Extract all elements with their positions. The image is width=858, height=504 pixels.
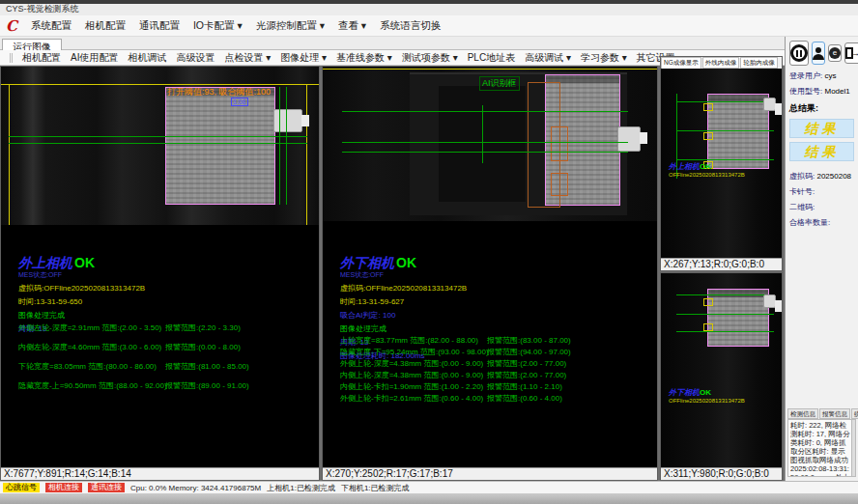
tool-spot-check[interactable]: 点检设置 ▾ — [224, 51, 271, 65]
tool-image-processing[interactable]: 图像处理 ▾ — [280, 51, 327, 65]
log-scrollbar[interactable] — [851, 420, 855, 476]
barcode-line: OFFline2025020813313472B — [669, 398, 745, 404]
menu-language-switch[interactable]: 系统语言切换 — [380, 19, 441, 33]
tab-outer-image[interactable]: 外线内成像 — [702, 57, 740, 69]
measure-line-green — [342, 142, 628, 143]
tool-plc-address[interactable]: PLC地址表 — [468, 51, 515, 65]
alarm-range: 报警范围:(2.00 - 77.00) — [487, 358, 566, 369]
login-user-label: 登录用户: — [789, 71, 822, 80]
camera-image-upper[interactable]: 打开阈值:93, 吸合阈值:100 3.08 — [1, 67, 319, 225]
alarm-range: 报警范围:(1.10 - 2.10) — [487, 381, 562, 392]
info-button[interactable]: e — [828, 44, 842, 62]
alarm-range: 报警范围:(2.00 - 77.00) — [487, 370, 566, 380]
measure-line-green — [9, 143, 307, 144]
window-bottom-strip — [0, 493, 858, 504]
measurement-row: 内侧上轮-深度=4.38mm 范围:(0.00 - 9.00)报警范围:(2.0… — [340, 370, 653, 381]
camera-image-lower[interactable]: AI识别框 — [323, 67, 657, 221]
menu-comm-config[interactable]: 通讯配置 — [139, 19, 180, 33]
measurement-value: 下轮宽度=83.05mm 范围:(80.00 - 86.00) — [18, 362, 157, 371]
cpu-memory-text: Cpu: 0.0% Memory: 3424.41796875M — [130, 484, 261, 492]
pass-rate-row: 合格率数量: — [789, 217, 854, 228]
connector-blob — [763, 294, 776, 308]
log-tabs: 检测信息 报警信息 统计信息 — [787, 408, 856, 419]
result-ok: OK — [700, 388, 711, 397]
ng-panel-tabs: NG成像显示 外线内成像 轮胎内成像 — [661, 57, 782, 69]
camera-name: 外上相机 — [669, 162, 700, 171]
camera-name: 外下相机 — [340, 255, 394, 270]
ng-result-text: 外上相机OK OFFline2025020813313472B — [669, 161, 745, 178]
ai-detect-rect-inner — [551, 126, 568, 161]
user-login-button[interactable] — [812, 42, 825, 65]
measurement-value: 内侧左轮-深度=4.60mm 范围:(3.00 - 6.00) — [18, 343, 161, 351]
ng-image-panel-2: 外下相机OK OFFline2025020813313472B X:311;Y:… — [660, 272, 783, 481]
measurement-list-upper: 外侧左轮-深度=2.91mm 范围:(2.00 - 3.50)报警范围:(2.2… — [18, 322, 315, 400]
exit-button[interactable]: → — [844, 42, 858, 64]
menu-light-config[interactable]: 光源控制配置 ▾ — [256, 19, 325, 33]
measurement-value: 隐藏宽度-上=90.50mm 范围:(88.00 - 92.00) — [18, 381, 167, 390]
connector-blob — [273, 109, 302, 132]
pause-icon — [790, 44, 808, 62]
measurement-list-lower: 上轮宽度=83.77mm 范围:(82.00 - 88.00)报警范围:(83.… — [340, 335, 653, 405]
measurement-row: 外侧左轮-深度=2.91mm 范围:(2.00 - 3.50)报警范围:(2.2… — [18, 322, 315, 342]
baseline-yellow-right — [306, 84, 307, 225]
control-panel: e → 登录用户: cys 使用型号: Model1 总结果: 结果 结果 虚拟… — [785, 37, 858, 481]
menu-bar: C 系统配置 相机配置 通讯配置 IO卡配置 ▾ 光源控制配置 ▾ 查看 ▾ 系… — [0, 15, 858, 37]
alarm-range: 报警范围:(89.00 - 91.00) — [165, 380, 249, 391]
tool-camera-debug[interactable]: 相机调试 — [128, 51, 166, 65]
heartbeat-badge: 心跳信号 — [3, 483, 40, 492]
camera-name: 外上相机 — [18, 255, 72, 270]
tool-learn-params[interactable]: 学习参数 ▾ — [581, 51, 627, 65]
menu-system-config[interactable]: 系统配置 — [31, 19, 72, 33]
exit-arrow-icon: → — [851, 48, 858, 58]
log-tab-detect[interactable]: 检测信息 — [787, 408, 818, 419]
measurement-value: 内侧上轮-卡扣=1.90mm 范围:(1.00 - 2.20) — [340, 382, 483, 391]
menu-camera-config[interactable]: 相机配置 — [85, 19, 126, 33]
ng-image-panel: NG成像显示 外线内成像 轮胎内成像 外上相机OK OFFline2025020… — [660, 56, 783, 271]
ai-judge-line: 吸合AI判定: 100 — [340, 310, 467, 321]
pause-button[interactable] — [789, 41, 809, 66]
measure-line-green — [676, 314, 774, 315]
log-block: 检测信息 报警信息 统计信息 耗时: 222, 网络检测耗时: 17, 网络分类… — [787, 408, 856, 478]
menu-view[interactable]: 查看 ▾ — [338, 19, 366, 33]
pixel-coordinate-bar: X:267;Y:13;R:0;G:0;B:0 — [661, 258, 782, 270]
tool-advanced-settings[interactable]: 高级设置 — [176, 51, 214, 65]
barcode-line: OFFline2025020813313472B — [669, 172, 745, 178]
tool-camera-config[interactable]: 相机配置 — [22, 51, 61, 65]
total-result-2: 结果 — [789, 142, 854, 161]
tool-ai-config[interactable]: AI使用配置 — [71, 51, 118, 65]
measurement-row: 上轮宽度=83.77mm 范围:(82.00 - 88.00)报警范围:(83.… — [340, 335, 653, 347]
menu-io-config[interactable]: IO卡配置 ▾ — [193, 19, 243, 33]
measurement-row: 隐藏宽度-下=95.24mm 范围:(93.00 - 98.00)报警范围:(9… — [340, 347, 653, 358]
detected-part-roi — [165, 87, 275, 205]
model-label: 使用型号: — [789, 87, 822, 96]
measure-box-yellow — [703, 298, 713, 306]
measure-box-yellow — [703, 132, 713, 140]
alarm-range: 报警范围:(0.60 - 4.00) — [487, 393, 562, 404]
ai-detect-rect-inner — [551, 173, 568, 196]
result-ok: OK — [396, 255, 416, 270]
tool-baseline-params[interactable]: 基准线参数 ▾ — [336, 51, 392, 65]
result-ok: OK — [74, 255, 95, 270]
alarm-range: 报警范围:(2.20 - 3.30) — [165, 322, 241, 333]
info-icon: e — [829, 47, 841, 59]
result-ok: OK — [700, 162, 711, 171]
baseline-yellow — [323, 69, 657, 70]
tool-advanced-debug[interactable]: 高级调试 ▾ — [525, 51, 571, 65]
measure-line-green — [676, 294, 774, 295]
log-tab-alarm[interactable]: 报警信息 — [819, 408, 850, 419]
ng-image-lower[interactable]: 外下相机OK OFFline2025020813313472B — [661, 273, 782, 468]
pin-row: 卡针号: — [789, 186, 854, 197]
tab-inner-image[interactable]: 轮胎内成像 — [740, 57, 778, 69]
log-message: 耗时: 222, 网络检测耗时: 17, 网络分类耗时: 0, 网络抓取分区耗时… — [790, 421, 850, 477]
measure-line-green — [676, 331, 774, 332]
camera-view-upper: 打开阈值:93, 吸合阈值:100 3.08 外上相机OK MES状态:OFF … — [0, 66, 320, 481]
baseline-yellow-left — [9, 84, 10, 225]
measurement-value: 内侧上轮-深度=4.38mm 范围:(0.00 - 9.00) — [340, 371, 483, 379]
pixel-coordinate-bar: X:270;Y:2502;R:17;G:17;B:17 — [323, 467, 657, 480]
tool-test-params[interactable]: 测试项参数 ▾ — [402, 51, 458, 65]
ng-image-upper[interactable]: 外上相机OK OFFline2025020813313472B — [661, 69, 782, 259]
measure-line-green — [342, 111, 628, 112]
tab-ng-display[interactable]: NG成像显示 — [661, 57, 701, 69]
measurement-value: 外侧左轮-深度=2.91mm 范围:(2.00 - 3.50) — [18, 323, 161, 332]
log-tab-stats[interactable]: 统计信息 — [851, 408, 858, 419]
